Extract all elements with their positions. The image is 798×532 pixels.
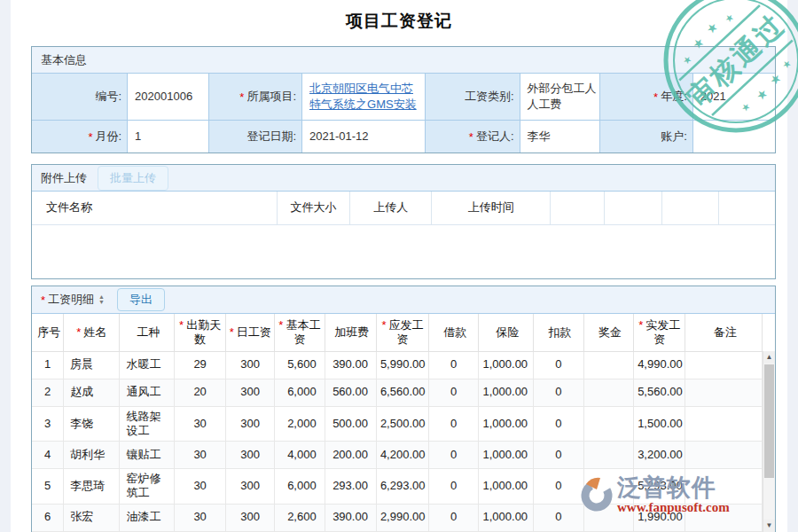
salary-header-row: 序号*姓名工种*出勤天数*日工资*基本工资加班费*应发工资借款保险扣款奖金*实发… [32,314,763,351]
vendor-url: www.fanpusoft.com [617,500,730,515]
project-link[interactable]: 北京朝阳区电气中芯特气系统之GMS安装 [309,81,423,112]
salary-cell: 1,000.00 [479,504,534,531]
salary-cell [583,406,634,442]
attachment-column-header [662,192,719,224]
salary-cell: 390.00 [325,351,376,379]
attachment-column-header [604,192,661,224]
basic-info-grid: 编号: 202001006 *所属项目: 北京朝阳区电气中芯特气系统之GMS安装… [32,74,775,153]
salary-cell: 0 [428,504,479,531]
salary-cell [583,379,634,406]
salary-section-bar: * 工资明细 ▲▼ 导出 [32,286,775,314]
salary-cell: 1,000.00 [479,406,534,442]
vendor-brand: 泛普软件 [617,475,730,500]
field-label: *月份: [32,121,128,153]
scrollbar-thumb[interactable] [764,364,774,478]
salary-cell: 0 [428,379,479,406]
required-asterisk: * [41,293,45,307]
attachment-column-header: 文件大小 [278,192,350,224]
salary-row[interactable]: 4胡利华镶贴工303004,000200.004,200.0001,000.00… [32,442,763,469]
salary-cell: 0 [534,442,584,469]
salary-column-header: 工种 [120,314,175,351]
attachment-table: 文件名称文件大小上传人上传时间 [32,192,775,225]
salary-cell: 胡利华 [64,442,120,469]
salary-cell: 300 [226,442,275,469]
salary-cell: 3 [32,406,64,442]
salary-cell: 油漆工 [120,504,175,531]
basic-info-section-title: 基本信息 [41,52,87,68]
salary-cell: 5,600 [275,351,325,379]
salary-column-header: 序号 [32,314,64,351]
salary-cell: 2,990.00 [376,504,428,531]
required-asterisk: * [76,325,81,339]
salary-cell: 2,000 [275,406,325,442]
required-asterisk: * [239,90,244,104]
required-asterisk: * [230,325,234,339]
attachment-column-header [551,192,604,224]
salary-cell: 20 [175,379,226,406]
salary-column-header: 备注 [685,314,763,351]
salary-cell [583,442,634,469]
scroll-down-icon[interactable]: ▼ [763,520,775,532]
salary-cell: 线路架设工 [120,406,175,442]
salary-cell: 300 [226,469,275,505]
attachment-section-bar: 附件上传 批量上传 [32,165,775,192]
salary-cell: 30 [175,442,226,469]
export-button[interactable]: 导出 [117,288,165,311]
salary-cell: 1,000.00 [479,351,534,379]
salary-cell: 300 [226,351,275,379]
salary-cell: 2 [32,379,64,406]
salary-cell: 5,990.00 [376,351,428,379]
required-asterisk: * [469,130,473,144]
salary-cell: 5 [32,469,64,505]
salary-cell: 30 [175,469,226,505]
batch-upload-button[interactable]: 批量上传 [98,166,168,191]
field-label: *所属项目: [209,74,302,121]
salary-cell: 6,560.00 [376,379,428,406]
salary-cell: 张宏 [64,504,120,531]
field-value: 2021 [693,74,775,121]
salary-column-header: *实发工资 [634,314,685,351]
field-value: 202001006 [128,74,209,121]
salary-cell: 29 [175,351,226,379]
required-asterisk: * [653,90,658,104]
attachment-empty-body [32,225,775,278]
salary-cell: 1 [32,351,64,379]
salary-column-header: *日工资 [226,314,275,351]
salary-cell: 0 [534,504,584,531]
salary-cell: 6,293.00 [376,469,428,505]
field-label: 工资类别: [426,74,520,121]
salary-section-title: 工资明细 [48,292,94,308]
salary-cell: 30 [175,406,226,442]
field-value: 2021-01-12 [302,121,426,153]
salary-cell: 6,000 [275,379,325,406]
salary-cell: 1,000.00 [479,379,534,406]
salary-cell: 0 [428,442,479,469]
required-asterisk: * [638,318,643,332]
field-value [693,121,775,153]
salary-cell: 0 [428,351,479,379]
salary-column-header: *出勤天数 [175,314,226,351]
attachment-column-header: 上传时间 [432,192,551,224]
salary-row[interactable]: 1房晨水暖工293005,600390.005,990.0001,000.000… [32,351,763,379]
field-label: *登记人: [426,121,520,153]
salary-cell: 4,200.00 [376,442,428,469]
salary-cell: 6 [32,504,64,531]
attachment-section-title: 附件上传 [41,170,87,186]
table-scrollbar[interactable]: ▲ ▼ [763,351,775,532]
sort-icon[interactable]: ▲▼ [98,294,105,305]
salary-cell: 1,000.00 [479,469,534,505]
field-value: 李华 [520,121,601,153]
salary-column-header: 借款 [428,314,479,351]
salary-cell: 窑炉修筑工 [120,469,175,505]
salary-column-header: *应发工资 [376,314,428,351]
salary-cell: 300 [226,379,275,406]
salary-row[interactable]: 3李饶线路架设工303002,000500.002,500.0001,000.0… [32,406,763,442]
scroll-up-icon[interactable]: ▲ [763,351,775,364]
salary-cell: 1,500.00 [634,406,685,442]
salary-column-header: 加班费 [325,314,376,351]
salary-cell [685,351,763,379]
salary-row[interactable]: 2赵成通风工203006,000560.006,560.0001,000.000… [32,379,763,406]
salary-cell: 房晨 [64,351,120,379]
salary-cell: 3,200.00 [634,442,685,469]
page-right-margin [787,0,798,532]
